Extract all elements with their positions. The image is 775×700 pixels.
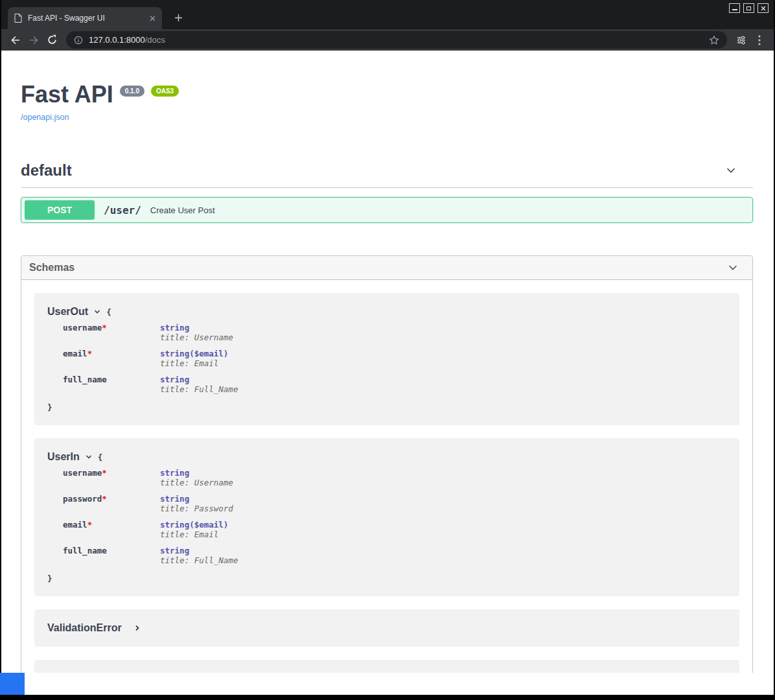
window-maximize-button[interactable] [743, 3, 754, 13]
window-controls [729, 3, 769, 13]
page-favicon-icon [14, 14, 22, 23]
open-brace: { [98, 452, 103, 462]
swagger-page: Fast API 0.1.0 OAS3 /openapi.json defaul… [1, 51, 774, 673]
chevron-down-icon[interactable] [85, 453, 93, 461]
taskbar-blue-square [0, 673, 25, 695]
minimize-icon [732, 6, 737, 10]
table-row: full_name string title: Full_Name [63, 544, 238, 570]
schema-model-validationerror[interactable]: ValidationError [34, 609, 739, 647]
api-info-section: Fast API 0.1.0 OAS3 /openapi.json [21, 51, 753, 122]
close-brace: } [47, 402, 726, 412]
property-table: username* string title: Username email* … [63, 321, 238, 399]
property-type: string [160, 468, 189, 478]
forward-arrow-icon [28, 34, 40, 46]
api-title: Fast API [21, 83, 113, 106]
endpoint-summary: Create User Post [150, 205, 215, 215]
window-close-button[interactable] [758, 3, 769, 13]
table-row: password* string title: Password [63, 492, 238, 518]
browser-menu-button[interactable] [750, 31, 769, 49]
chevron-down-icon[interactable] [724, 164, 737, 177]
required-star: * [87, 520, 93, 530]
property-table: username* string title: Username passwor… [63, 466, 238, 570]
property-title: title: Full_Name [160, 385, 238, 394]
property-name: username [63, 468, 102, 478]
site-info-icon[interactable] [74, 36, 83, 45]
property-title: title: Email [160, 530, 238, 539]
schemas-body: UserOut { username* string title: Userna… [21, 280, 752, 673]
url-text: 127.0.0.1:8000/docs [89, 35, 165, 45]
maximize-icon [746, 6, 751, 10]
endpoint-post-user[interactable]: POST /user/ Create User Post [21, 197, 753, 223]
property-name: username [63, 323, 102, 332]
schemas-section: Schemas UserOut { username* s [21, 255, 753, 673]
api-version-badge: 0.1.0 [120, 86, 145, 97]
url-path: /docs [145, 35, 165, 45]
property-format: ($email) [189, 349, 228, 358]
close-icon [761, 6, 766, 11]
back-arrow-icon [10, 34, 21, 46]
chevron-right-icon[interactable] [133, 624, 141, 632]
tune-icon[interactable] [732, 31, 750, 49]
table-row: username* string title: Username [63, 321, 238, 347]
three-dot-menu-icon [758, 35, 761, 45]
endpoint-path: /user/ [101, 204, 144, 216]
model-title[interactable]: UserOut [47, 306, 88, 318]
schema-model-userout: UserOut { username* string title: Userna… [34, 293, 739, 425]
forward-button[interactable] [25, 31, 43, 49]
tab-title: Fast API - Swagger UI [28, 14, 144, 23]
model-title[interactable]: ValidationError [47, 622, 122, 634]
schema-model-userin: UserIn { username* string title: Usernam… [34, 438, 739, 596]
required-star: * [102, 468, 107, 478]
property-type: string [160, 520, 189, 530]
tag-title-default: default [21, 161, 72, 180]
schema-model-httpvalidationerror[interactable]: HTTPValidationError [34, 660, 739, 673]
close-brace: } [47, 574, 726, 583]
required-star: * [102, 494, 107, 504]
chevron-down-icon[interactable] [726, 261, 739, 274]
property-name: email [63, 349, 87, 358]
property-type: string [160, 323, 189, 332]
open-brace: { [106, 307, 111, 317]
property-type: string [160, 494, 189, 504]
property-type: string [160, 375, 189, 384]
tab-strip: Fast API - Swagger UI [1, 0, 774, 29]
property-name: full_name [63, 546, 107, 555]
browser-tab[interactable]: Fast API - Swagger UI [8, 7, 162, 29]
oas3-badge: OAS3 [151, 86, 179, 97]
property-title: title: Username [160, 478, 238, 487]
property-title: title: Email [160, 359, 238, 368]
window-minimize-button[interactable] [729, 3, 740, 13]
browser-window: Fast API - Swagger UI [0, 0, 775, 700]
schemas-header[interactable]: Schemas [21, 256, 752, 280]
new-tab-button[interactable] [170, 9, 187, 26]
tab-close-icon [150, 16, 156, 21]
property-type: string [160, 349, 189, 358]
tab-close-button[interactable] [150, 16, 156, 21]
bookmark-star-icon[interactable] [709, 35, 719, 45]
openapi-json-link[interactable]: /openapi.json [21, 113, 69, 122]
property-name: password [63, 494, 102, 504]
property-name: full_name [63, 375, 107, 384]
chevron-down-icon[interactable] [93, 308, 101, 316]
url-host: 127.0.0.1:8000 [89, 35, 145, 45]
table-row: full_name string title: Full_Name [63, 373, 238, 399]
reload-button[interactable] [43, 31, 61, 49]
schemas-title: Schemas [29, 262, 75, 274]
property-format: ($email) [189, 520, 228, 530]
table-row: username* string title: Username [63, 466, 238, 492]
reload-icon [47, 34, 58, 45]
property-title: title: Password [160, 504, 238, 513]
browser-toolbar: 127.0.0.1:8000/docs [1, 29, 774, 51]
table-row: email* string($email) title: Email [63, 518, 238, 544]
property-title: title: Full_Name [160, 556, 238, 565]
tag-section-default[interactable]: default [21, 161, 753, 188]
url-bar[interactable]: 127.0.0.1:8000/docs [66, 31, 727, 49]
back-button[interactable] [6, 31, 25, 49]
http-method-badge: POST [25, 200, 95, 220]
desktop-strip [1, 673, 774, 695]
bottom-black-bar [0, 695, 775, 700]
plus-icon [174, 14, 183, 22]
model-title[interactable]: UserIn [47, 451, 80, 463]
property-title: title: Username [160, 333, 238, 342]
property-name: email [63, 520, 87, 530]
